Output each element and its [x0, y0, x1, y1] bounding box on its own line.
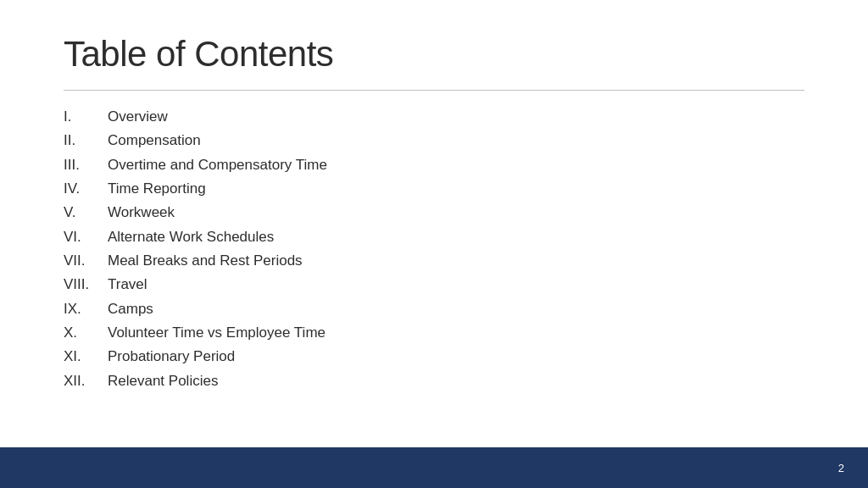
toc-list: I.OverviewII.CompensationIII.Overtime an…: [64, 106, 804, 392]
toc-numeral: XI.: [64, 346, 108, 368]
page-title: Table of Contents: [64, 34, 804, 75]
toc-item: VI.Alternate Work Schedules: [64, 226, 804, 248]
toc-item: IX.Camps: [64, 298, 804, 320]
title-divider: [64, 90, 804, 91]
page-number: 2: [838, 462, 844, 474]
toc-numeral: VIII.: [64, 274, 108, 296]
toc-label: Time Reporting: [108, 178, 206, 200]
toc-label: Relevant Policies: [108, 370, 218, 392]
toc-label: Overtime and Compensatory Time: [108, 154, 327, 176]
toc-numeral: X.: [64, 322, 108, 344]
toc-label: Camps: [108, 298, 153, 320]
toc-item: II.Compensation: [64, 130, 804, 152]
toc-label: Compensation: [108, 130, 201, 152]
toc-numeral: V.: [64, 202, 108, 224]
toc-numeral: IV.: [64, 178, 108, 200]
toc-item: X.Volunteer Time vs Employee Time: [64, 322, 804, 344]
toc-numeral: VII.: [64, 250, 108, 272]
toc-label: Meal Breaks and Rest Periods: [108, 250, 303, 272]
toc-numeral: IX.: [64, 298, 108, 320]
toc-numeral: XII.: [64, 370, 108, 392]
toc-label: Volunteer Time vs Employee Time: [108, 322, 326, 344]
toc-item: XII.Relevant Policies: [64, 370, 804, 392]
main-content: Table of Contents I.OverviewII.Compensat…: [0, 0, 868, 447]
toc-numeral: I.: [64, 106, 108, 128]
toc-item: III.Overtime and Compensatory Time: [64, 154, 804, 176]
toc-label: Travel: [108, 274, 147, 296]
toc-item: I.Overview: [64, 106, 804, 128]
toc-item: V.Workweek: [64, 202, 804, 224]
toc-numeral: III.: [64, 154, 108, 176]
toc-item: IV.Time Reporting: [64, 178, 804, 200]
toc-numeral: II.: [64, 130, 108, 152]
slide-container: Table of Contents I.OverviewII.Compensat…: [0, 0, 868, 488]
toc-item: VII.Meal Breaks and Rest Periods: [64, 250, 804, 272]
footer: 2: [0, 447, 868, 488]
toc-numeral: VI.: [64, 226, 108, 248]
toc-item: XI.Probationary Period: [64, 346, 804, 368]
toc-label: Overview: [108, 106, 168, 128]
toc-label: Alternate Work Schedules: [108, 226, 274, 248]
toc-label: Workweek: [108, 202, 175, 224]
toc-label: Probationary Period: [108, 346, 235, 368]
toc-item: VIII.Travel: [64, 274, 804, 296]
